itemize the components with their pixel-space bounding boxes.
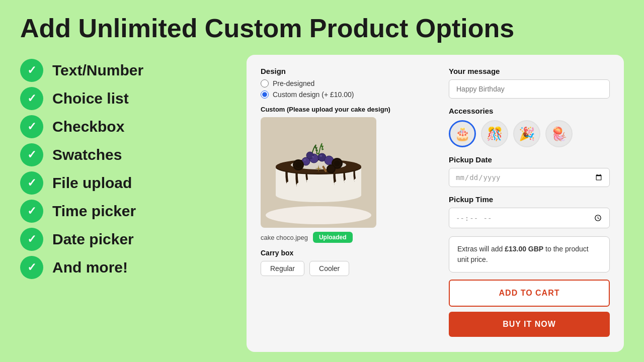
buy-now-button[interactable]: BUY IT NOW [449,312,610,337]
check-icon-text-number [20,59,43,82]
extras-amount: £13.00 GBP [505,245,543,253]
radio-custom-design-input[interactable] [261,90,269,99]
accessory-sprinkles[interactable]: 🎊 [481,120,508,147]
check-icon-file-upload [20,171,43,195]
feature-label-file-upload: File upload [52,174,132,192]
date-input-wrapper[interactable] [449,168,610,187]
regular-btn[interactable]: Regular [261,261,304,276]
cake-image [261,117,376,228]
check-icon-checkbox [20,115,43,138]
svg-point-1 [266,206,371,224]
your-message-label: Your message [449,67,610,75]
feature-label-swatches: Swatches [52,146,122,163]
radio-custom-design[interactable]: Custom design (+ £10.00) [261,90,433,99]
add-to-cart-button[interactable]: ADD TO CART [449,280,610,307]
features-list: Text/Number Choice list Checkbox Swatche… [20,55,242,352]
feature-label-and-more: And more! [52,259,128,276]
feature-label-choice-list: Choice list [52,90,129,107]
accessory-candles[interactable]: 🎂 [449,120,476,147]
pickup-date-label: Pickup Date [449,155,610,164]
cooler-btn[interactable]: Cooler [309,261,349,276]
feature-item-and-more: And more! [20,256,242,279]
design-label: Design [261,67,433,75]
accessory-party-hat[interactable]: 🎉 [513,120,540,147]
carry-box-label: Carry box [261,249,433,257]
accessory-jellyfish[interactable]: 🪼 [545,120,573,147]
extras-info: Extras will add £13.00 GBP to the produc… [449,236,610,273]
message-input[interactable] [449,79,610,99]
svg-point-19 [295,162,301,168]
product-config-panel: Design Pre-designed Custom design (+ £10… [247,55,624,352]
radio-pre-designed-input[interactable] [261,79,269,87]
radio-pre-designed[interactable]: Pre-designed [261,79,433,87]
feature-item-choice-list: Choice list [20,87,242,110]
svg-point-24 [328,165,335,172]
carry-box-section: Carry box Regular Cooler [261,249,433,276]
cake-image-container [261,117,376,228]
feature-label-checkbox: Checkbox [52,118,124,135]
product-section: Design Pre-designed Custom design (+ £10… [261,67,433,340]
check-icon-date-picker [20,228,43,251]
svg-point-22 [334,160,340,166]
check-icon-choice-list [20,87,43,110]
check-icon-and-more [20,256,43,279]
svg-point-16 [320,155,322,157]
svg-point-14 [304,159,306,161]
date-input[interactable] [455,173,603,182]
radio-custom-design-label: Custom design (+ £10.00) [273,90,354,99]
radio-pre-designed-label: Pre-designed [273,79,314,87]
file-name: cake choco.jpeg [261,234,308,241]
svg-point-15 [312,156,314,158]
accessories-row: 🎂 🎊 🎉 🪼 [449,120,610,147]
feature-label-date-picker: Date picker [52,231,134,248]
box-options: Regular Cooler [261,261,433,276]
accessories-label: Accessories [449,107,610,115]
feature-label-time-picker: Time picker [52,203,136,220]
pickup-time-label: Pickup Time [449,195,610,204]
time-input[interactable] [455,213,603,223]
svg-point-13 [306,152,313,159]
feature-item-file-upload: File upload [20,171,242,195]
feature-item-checkbox: Checkbox [20,115,242,138]
check-icon-time-picker [20,200,43,223]
time-input-wrapper[interactable] [449,208,610,228]
options-section: Your message Accessories 🎂 🎊 🎉 🪼 Pickup … [449,67,610,340]
design-radio-group[interactable]: Pre-designed Custom design (+ £10.00) [261,79,433,99]
check-icon-swatches [20,143,43,166]
file-row: cake choco.jpeg Uploaded [261,232,433,243]
uploaded-badge: Uploaded [313,232,353,243]
feature-item-time-picker: Time picker [20,200,242,223]
feature-item-swatches: Swatches [20,143,242,166]
page-title: Add Unlimited Custom Product Options [20,14,624,43]
extras-text: Extras will add [457,245,505,253]
upload-label: Custom (Please upload your cake design) [261,106,433,113]
feature-item-text-number: Text/Number [20,59,242,82]
feature-item-date-picker: Date picker [20,228,242,251]
feature-label-text-number: Text/Number [52,62,143,79]
